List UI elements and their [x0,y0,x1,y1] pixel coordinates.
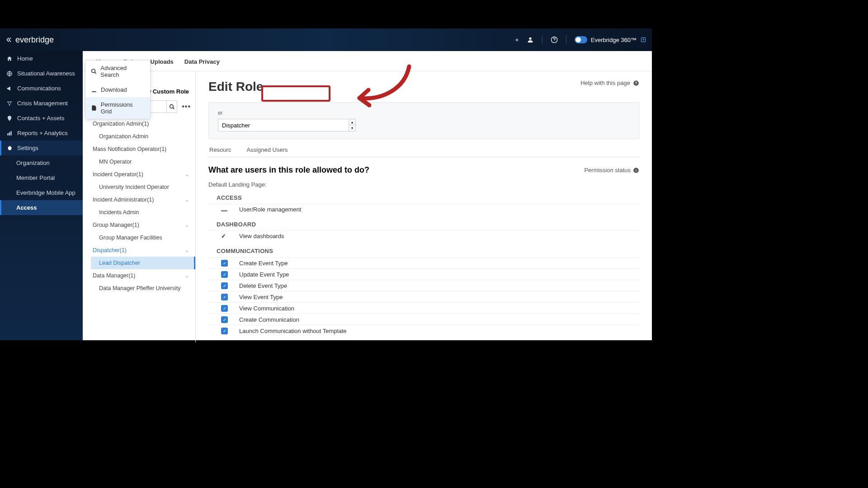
page-title: Edit Role [208,80,263,94]
sidebar-item-label: Communications [17,85,61,92]
perm-group-communications: COMMUNICATIONS [217,248,639,254]
permission-status[interactable]: Permission status i [584,167,639,174]
minus-icon[interactable] [221,206,228,213]
collapse-icon[interactable]: « [515,37,519,43]
tree-group-incident-admin[interactable]: Incident Administrator(1)⌄ [91,193,191,206]
help-icon[interactable] [551,36,558,43]
sidebar-item-label: Settings [17,145,38,151]
globe-icon [6,70,13,77]
checkbox-icon[interactable]: ✓ [221,282,228,289]
tabs: Users Roles Uploads Data Privacy [83,51,652,71]
subtab-resources[interactable]: Resourc [208,143,232,157]
dropdown-advanced-search[interactable]: Advanced Search [85,61,150,82]
sidebar-item-home[interactable]: Home [0,51,83,66]
external-icon[interactable] [640,37,646,43]
svg-text:?: ? [635,81,637,85]
product-label: Everbridge 360™ [591,37,637,43]
tree-group-mass-notif[interactable]: Mass Notification Operator(1) [91,143,191,155]
editor: Edit Role Help with this page ? er ▲▼ Re… [196,71,652,343]
permissions-question: What are users in this role allowed to d… [208,165,369,175]
search-icon [169,104,175,110]
tree-group-dispatcher[interactable]: Dispatcher(1)⌄ [91,244,191,257]
help-link[interactable]: Help with this page ? [580,80,639,86]
tree-item-group-mgr-fac[interactable]: Group Manager Facilities [91,231,191,244]
tree-group-group-mgr[interactable]: Group Manager(1)⌄ [91,219,191,231]
tree-item-mn-operator[interactable]: MN Operator [91,155,191,168]
megaphone-icon [6,85,13,92]
product-toggle[interactable] [575,36,587,43]
pin-icon [6,115,13,122]
sidebar-item-member-portal[interactable]: Member Portal [0,170,83,185]
checkbox-icon[interactable]: ✓ [221,260,228,267]
svg-point-0 [529,38,531,40]
sidebar-item-organization[interactable]: Organization [0,155,83,170]
tab-data-privacy[interactable]: Data Privacy [184,56,221,71]
brand-logo: everbridge [5,35,54,45]
sidebar-item-contacts[interactable]: Contacts + Assets [0,111,83,126]
help-icon: ? [633,80,639,86]
perm-group-access: ACCESS [217,194,639,201]
tree-group-data-mgr[interactable]: Data Manager(1)⌄ [91,269,191,282]
subtabs: Resourc Assigned Users [208,143,639,157]
more-menu-button[interactable]: ••• [182,103,191,111]
sidebar-item-label: Reports + Analytics [17,130,68,136]
dropdown-download[interactable]: Download [85,82,150,97]
sidebar-item-settings[interactable]: Settings [0,141,83,155]
tree-item-data-mgr-pf[interactable]: Data Manager Pfieffer University [91,282,191,295]
checkbox-icon[interactable]: ✓ [221,271,228,278]
dropdown-permissions-grid[interactable]: Permissions Grid [85,97,150,119]
chart-icon [6,130,13,136]
network-icon [6,100,13,107]
checkbox-icon[interactable]: ✓ [221,294,228,300]
sidebar-item-situational[interactable]: Situational Awareness [0,66,83,81]
svg-rect-8 [9,132,10,135]
sidebar-item-label: Crisis Management [17,100,68,107]
chevron-down-icon: ⌄ [185,197,189,202]
tab-uploads[interactable]: Uploads [150,56,175,71]
perm-label: View Event Type [239,294,283,300]
perm-row: ✓ View dashboards [208,230,639,241]
chevron-down-icon: ⌄ [185,223,189,228]
tree-item-org-admin[interactable]: Organization Admin [91,130,191,143]
sidebar-item-communications[interactable]: Communications [0,81,83,96]
check-icon[interactable]: ✓ [221,233,228,239]
role-form: er ▲▼ [208,102,639,139]
search-button[interactable] [167,100,177,113]
sidebar-item-crisis[interactable]: Crisis Management [0,96,83,111]
sidebar-item-mobile-app[interactable]: Everbridge Mobile App [0,185,83,200]
perm-group-dashboard: DASHBOARD [217,221,639,228]
input-spinner[interactable]: ▲▼ [349,119,356,131]
sidebar-item-label: Everbridge Mobile App [16,189,75,196]
perm-label: User/Role management [239,206,301,213]
checkbox-icon[interactable]: ✓ [221,328,228,334]
checkbox-icon[interactable]: ✓ [221,316,228,323]
tree-item-incidents-admin[interactable]: Incidents Admin [91,206,191,219]
perm-row: User/Role management [208,204,639,215]
tree-group-org-admin[interactable]: Organization Admin(1) [91,117,191,130]
chevron-down-icon: ⌄ [185,248,189,253]
perm-label: Create Communication [239,316,299,323]
topbar: everbridge « Everbridge 360™ [0,28,652,51]
tree-item-univ-incident[interactable]: University Incident Operator [91,181,191,193]
sidebar-item-reports[interactable]: Reports + Analytics [0,126,83,141]
gear-icon [6,145,13,151]
role-name-input[interactable] [218,119,349,131]
main: Users Roles Uploads Data Privacy Roles +… [83,51,652,340]
sidebar-item-label: Organization [16,160,50,166]
perm-label: Create Event Type [239,260,288,267]
grid-icon [91,105,97,111]
user-icon[interactable] [527,36,534,43]
tree-group-incident-op[interactable]: Incident Operator(1)⌄ [91,168,191,181]
sidebar-item-label: Situational Awareness [17,70,75,77]
name-label: er [218,110,630,116]
subtab-assigned-users[interactable]: Assigned Users [245,143,288,157]
more-dropdown: Advanced Search Download Permissions Gri… [85,60,151,119]
sidebar-item-label: Home [17,55,33,62]
perm-label: View dashboards [239,233,284,239]
perm-row: ✓View Event Type [208,291,639,302]
perm-label: Update Event Type [239,271,289,278]
checkbox-icon[interactable]: ✓ [221,305,228,312]
sidebar-item-label: Access [16,204,37,211]
sidebar-item-access[interactable]: Access [0,200,83,215]
tree-item-lead-dispatcher[interactable]: Lead Dispatcher [91,257,195,269]
